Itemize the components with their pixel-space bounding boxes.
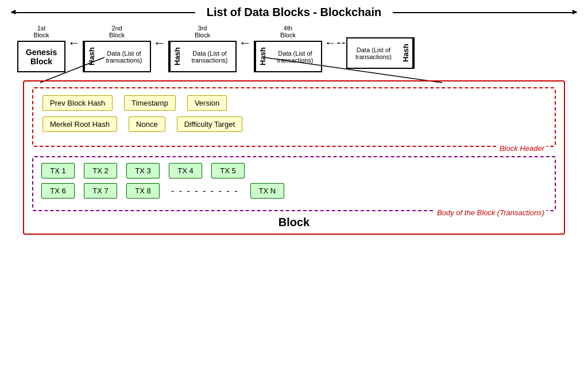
block-1: 1stBlock GenesisBlock [17, 25, 65, 72]
tx-6: TX 6 [41, 183, 75, 199]
block-2-hash: Hash [84, 42, 98, 71]
arrow-3-4: ← [239, 36, 252, 51]
block-1-box: GenesisBlock [17, 41, 65, 72]
block-3-label: 3rdBlock [195, 25, 210, 38]
title-bar: ◄ List of Data Blocks - Blockchain ► [11, 6, 577, 19]
tx-3: TX 3 [126, 163, 160, 178]
arrow-2-3: ← [153, 36, 166, 51]
block-header-section: Prev Block Hash Timestamp Version Merkel… [32, 87, 556, 147]
block-1-label: 1stBlock [34, 25, 49, 38]
field-timestamp: Timestamp [124, 95, 176, 111]
block-5: Data (List oftransactions) Hash [346, 28, 415, 69]
block-4-hash: Hash [255, 42, 269, 71]
block-2-box: Hash Data (List oftransactions) [83, 41, 151, 72]
blockchain-row: 1stBlock GenesisBlock ← 2ndBlock Hash Da… [11, 25, 577, 72]
block-3-hash: Hash [169, 42, 184, 71]
tx-dashed-separator: - - - - - - - - - [171, 186, 239, 196]
block-2-label: 2ndBlock [109, 25, 125, 38]
tx-7: TX 7 [84, 183, 117, 199]
block-2-data: Data (List oftransactions) [98, 42, 150, 71]
field-version: Version [187, 95, 227, 111]
tx-5: TX 5 [211, 163, 245, 178]
field-merkel-root-hash: Merkel Root Hash [42, 117, 117, 132]
block-4-label: 4thBlock [280, 25, 296, 38]
block-body-label: Body of the Block (Transactions) [435, 208, 547, 217]
block-3-data: Data (List oftransactions) [184, 42, 235, 71]
detail-container: Prev Block Hash Timestamp Version Merkel… [23, 80, 565, 235]
genesis-text: GenesisBlock [18, 42, 64, 71]
arrow-1-2: ← [68, 36, 80, 51]
field-difficulty-target: Difficulty Target [177, 117, 242, 132]
field-prev-block-hash: Prev Block Hash [42, 95, 113, 111]
tx-row-2: TX 6 TX 7 TX 8 - - - - - - - - - TX N [41, 183, 547, 199]
block-footer-label: Block [32, 216, 556, 229]
page-title: List of Data Blocks - Blockchain [207, 6, 382, 19]
tx-8: TX 8 [126, 183, 160, 199]
block-3: 3rdBlock Hash Data (List oftransactions) [168, 25, 237, 72]
block-5-hash: Hash [399, 38, 413, 68]
tx-grid: TX 1 TX 2 TX 3 TX 4 TX 5 TX 6 TX 7 TX 8 … [41, 163, 547, 199]
block-5-data: Data (List oftransactions) [347, 38, 399, 68]
block-5-box: Data (List oftransactions) Hash [346, 37, 415, 69]
block-3-box: Hash Data (List oftransactions) [168, 41, 237, 72]
field-nonce: Nonce [129, 117, 165, 132]
tx-2: TX 2 [84, 163, 117, 178]
block-body-section: TX 1 TX 2 TX 3 TX 4 TX 5 TX 6 TX 7 TX 8 … [32, 156, 556, 211]
block-4-data: Data (List oftransactions) [269, 42, 321, 71]
page: ◄ List of Data Blocks - Blockchain ► 1st… [0, 0, 588, 365]
block-4: 4thBlock Hash Data (List oftransactions) [254, 25, 322, 72]
block-5-label [380, 28, 381, 35]
tx-4: TX 4 [169, 163, 202, 178]
arrow-dashed: ← - - [324, 36, 344, 49]
tx-1: TX 1 [41, 163, 75, 178]
header-row-2: Merkel Root Hash Nonce Difficulty Target [42, 117, 546, 132]
block-4-box: Hash Data (List oftransactions) [254, 41, 322, 72]
block-2: 2ndBlock Hash Data (List oftransactions) [83, 25, 151, 72]
tx-n: TX N [250, 183, 285, 199]
block-header-label: Block Header [497, 144, 547, 153]
header-row-1: Prev Block Hash Timestamp Version [42, 95, 546, 111]
tx-row-1: TX 1 TX 2 TX 3 TX 4 TX 5 [41, 163, 547, 178]
